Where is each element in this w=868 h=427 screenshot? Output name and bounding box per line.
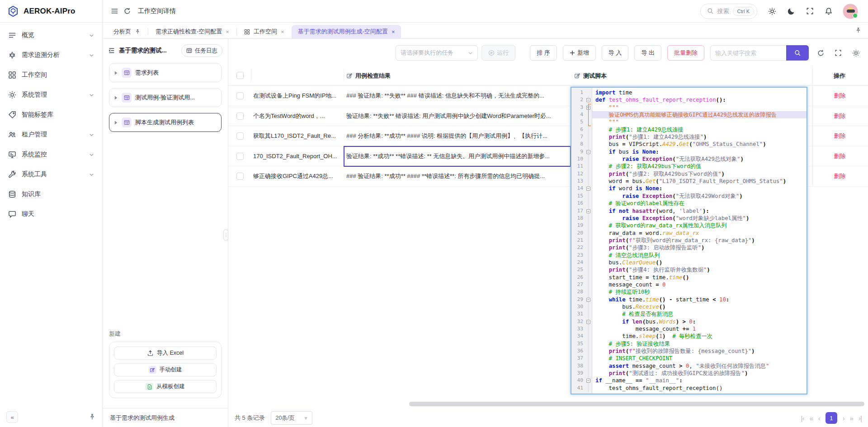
add-button[interactable]: 新增 (563, 45, 596, 61)
sidebar-item-workspace[interactable]: 工作空间 (0, 65, 102, 85)
code-line[interactable]: 14− if word is None: (571, 185, 807, 192)
fold-toggle-icon[interactable]: − (586, 320, 590, 324)
code-line[interactable]: 1import time (571, 89, 807, 96)
collapse-menu-icon[interactable] (108, 5, 121, 18)
sidebar-item-system-tools[interactable]: 系统工具 (0, 164, 102, 184)
collapse-sidebar-button[interactable]: « (6, 411, 18, 423)
row-checkbox[interactable] (236, 173, 244, 180)
check-result-cell[interactable]: ### 分析结果: **成功** #### 说明: 根据提供的【用户测试用例】、… (346, 126, 569, 146)
tab-req-check[interactable]: 需求正确性检查-空间配置× (149, 25, 236, 38)
fold-toggle-icon[interactable]: − (586, 209, 590, 213)
import-button[interactable]: 导 入 (602, 45, 629, 61)
code-line[interactable]: 20 raw_data = word.raw_data_rx (571, 230, 807, 237)
fold-gutter[interactable]: − (585, 296, 592, 303)
code-line[interactable]: 2−def test_ohms_fault_report_reception()… (571, 96, 807, 103)
check-result-cell[interactable]: 验证结果: **失败** 错误描述: 用户测试用例中缺少创建Word和Param… (346, 106, 569, 127)
code-line[interactable]: 35 # 步骤5: 验证接收结果 (571, 340, 807, 347)
fold-toggle-icon[interactable]: − (586, 379, 590, 383)
code-line[interactable]: 22 print("步骤3: 启动故障报告监听") (571, 244, 807, 251)
table-settings-gear-icon[interactable] (850, 49, 862, 57)
fold-gutter[interactable]: − (585, 318, 592, 325)
check-result-cell[interactable]: 验证结果: **成功** **错误描述: ** 无信息缺失。用户测试用例中描述的… (346, 146, 569, 167)
sidebar-item-requirement-trace[interactable]: 需求追溯分析 (0, 45, 102, 65)
delete-row-button[interactable]: 删除 (834, 173, 846, 179)
code-line[interactable]: 23 # 清空总线消息队列 (571, 252, 807, 259)
run-button[interactable]: 运行 (481, 45, 515, 61)
code-line[interactable]: 17− if not hasattr(word, 'label'): (571, 207, 807, 215)
code-line[interactable]: 24 bus.ClearQueue() (571, 259, 807, 266)
code-line[interactable]: 29− while time.time() - start_time < 10: (571, 296, 807, 303)
user-avatar[interactable] (843, 4, 858, 19)
global-search-input[interactable]: 搜索 Ctrl K (700, 4, 758, 19)
delete-row-button[interactable]: 删除 (834, 153, 846, 160)
code-line[interactable]: 10 raise Exception("无法获取A429总线对象") (571, 155, 807, 163)
task-select-dropdown[interactable]: 请选择要执行的任务 (396, 45, 478, 61)
check-result-cell[interactable]: ### 验证结果: **失败** ### 错误描述: 信息缺失和不明确，无法生成… (346, 86, 569, 106)
caret-right-icon[interactable] (114, 70, 118, 75)
fold-gutter[interactable]: − (585, 96, 592, 103)
collapse-panel-icon[interactable] (108, 47, 115, 54)
delete-row-button[interactable]: 删除 (834, 132, 846, 139)
tab-analysis[interactable]: 分析页 (107, 25, 147, 38)
export-button[interactable]: 导 出 (634, 45, 661, 61)
code-line[interactable]: 31 # 检查是否有新消息 (571, 310, 807, 318)
code-line[interactable]: 26 start_time = time.time() (571, 274, 807, 281)
next-page-button[interactable]: › (843, 414, 844, 422)
logo[interactable]: AEROK-AIPro (0, 0, 103, 22)
notifications-bell-icon[interactable] (825, 7, 833, 15)
current-page-button[interactable]: 1 (826, 412, 837, 424)
code-line[interactable]: 40−if __name__ == "__main__": (571, 377, 807, 384)
horizontal-scrollbar-thumb[interactable] (409, 402, 864, 406)
sidebar-pin-icon[interactable] (89, 413, 96, 421)
row-checkbox[interactable] (236, 132, 244, 140)
code-line[interactable]: 38 assert message_count > 0, "未接收到任何故障报告… (571, 362, 807, 370)
fold-gutter[interactable]: − (585, 185, 592, 192)
row-checkbox[interactable] (236, 113, 244, 120)
prev-page-button[interactable]: ‹ (818, 414, 820, 422)
code-line[interactable]: 7 print("步骤1: 建立A429总线连接") (571, 133, 807, 141)
next-fast-button[interactable]: » (850, 414, 853, 422)
tab-bar-pin-icon[interactable] (855, 27, 862, 34)
expand-table-icon[interactable] (832, 49, 844, 56)
caret-right-icon[interactable] (114, 95, 118, 100)
row-checkbox[interactable] (236, 153, 244, 160)
close-icon[interactable]: × (226, 28, 229, 35)
panel-resize-handle[interactable]: ⋮ (223, 230, 228, 240)
pin-icon[interactable] (135, 29, 141, 35)
prev-fast-button[interactable]: « (809, 414, 812, 422)
code-line[interactable]: 18 raise Exception("word对象缺少label属性") (571, 215, 807, 222)
code-line[interactable]: 33 message_count += 1 (571, 325, 807, 333)
delete-row-button[interactable]: 删除 (834, 92, 846, 99)
tree-item-1[interactable]: 需求列表 (109, 63, 222, 82)
sidebar-item-tenant-admin[interactable]: 租户管理 (0, 125, 102, 145)
template-create-button[interactable]: 从模板创建 (114, 380, 217, 393)
page-size-select[interactable]: 20条/页 ▼ (271, 411, 312, 425)
fold-toggle-icon[interactable]: − (586, 298, 590, 302)
fold-toggle-icon[interactable]: − (586, 150, 590, 154)
sidebar-item-system-admin[interactable]: 系统管理 (0, 85, 102, 105)
code-line[interactable]: 34 time.sleep(1) # 每秒检查一次 (571, 333, 807, 340)
sidebar-item-knowledge-base[interactable]: 知识库 (0, 184, 102, 204)
code-line[interactable]: 41 test_ohms_fault_report_reception() (571, 385, 807, 392)
first-page-button[interactable]: |‹ (801, 414, 804, 422)
close-icon[interactable]: × (281, 28, 284, 35)
code-line[interactable]: 27 message_count = 0 (571, 281, 807, 288)
select-all-checkbox[interactable] (236, 72, 244, 79)
script-code-editor[interactable]: 1import time2−def test_ohms_fault_report… (571, 87, 807, 394)
import-excel-button[interactable]: 导入 Excel (114, 347, 217, 360)
refresh-table-icon[interactable] (815, 49, 826, 57)
code-line[interactable]: 36 print(f"接收到的故障报告数量: {message_count}") (571, 347, 807, 355)
fullscreen-icon[interactable] (806, 7, 814, 15)
tree-item-3[interactable]: 脚本生成测试用例列表 (109, 113, 222, 132)
fold-toggle-icon[interactable]: − (586, 98, 590, 102)
tab-testcase-gen[interactable]: 基于需求的测试用例生成-空间配置× (292, 25, 401, 38)
sort-button[interactable]: 排 序 (530, 45, 557, 61)
refresh-page-icon[interactable] (121, 5, 133, 18)
check-result-cell[interactable]: ### 验证结果: **成功** #### **错误描述**: 所有步骤所需的信… (346, 166, 569, 187)
task-log-button[interactable]: 任务日志 (181, 44, 222, 57)
sidebar-item-smart-tag-library[interactable]: 智能标签库 (0, 105, 102, 125)
sidebar-item-system-monitor[interactable]: 系统监控 (0, 145, 102, 164)
code-line[interactable]: 19 # 获取word的raw_data_rx属性加入消息队列 (571, 222, 807, 229)
code-line[interactable]: 3− """ (571, 104, 807, 111)
tree-item-2[interactable]: 测试用例-验证测试用... (109, 88, 222, 107)
